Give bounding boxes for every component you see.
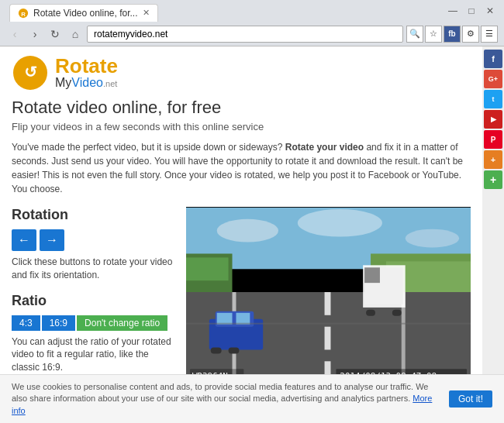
video-scene: 2014/08/13 09:47:08 WR3964N [186, 207, 471, 374]
tab-favicon: R [18, 8, 29, 19]
rotation-section: Rotation ← → Click these buttons to rota… [12, 207, 174, 282]
rotate-left-btn[interactable]: ← [12, 229, 36, 251]
page-wrapper: ↺ Rotate MyVideo.net Rotate video online… [0, 46, 504, 423]
left-col: Rotation ← → Click these buttons to rota… [12, 207, 174, 374]
address-bar: ‹ › ↻ ⌂ 🔍 ☆ fb ⚙ ☰ [0, 22, 504, 46]
page-outer: ↺ Rotate MyVideo.net Rotate video online… [0, 46, 504, 374]
page-description: You've made the perfect video, but it is… [12, 140, 471, 196]
svg-rect-25 [217, 313, 233, 325]
logo-icon: ↺ [12, 54, 49, 91]
svg-point-5 [217, 219, 278, 242]
social-sidebar: f G+ t ▶ P + + [482, 46, 504, 374]
close-btn[interactable]: ✕ [482, 3, 498, 19]
svg-rect-9 [186, 257, 229, 280]
ratio-buttons: 4:3 16:9 Don't change ratio [12, 315, 174, 331]
menu-icon[interactable]: ☰ [481, 26, 498, 43]
add-social-btn[interactable]: + [484, 170, 502, 189]
title-bar: R Rotate Video online, for... ✕ — □ ✕ [0, 0, 504, 22]
svg-rect-28 [229, 347, 240, 353]
page-subtitle: Flip your videos in a few seconds with t… [12, 121, 471, 132]
rotation-buttons: ← → [12, 229, 174, 251]
site-header: ↺ Rotate MyVideo.net [12, 54, 471, 91]
svg-rect-26 [236, 313, 250, 325]
rotation-desc: Click these buttons to rotate your video… [12, 256, 174, 282]
reload-btn[interactable]: ↻ [47, 26, 64, 43]
svg-rect-15 [325, 361, 331, 374]
url-input[interactable] [87, 26, 403, 43]
ratio-desc: You can adjust the ratio of your rotated… [12, 335, 174, 374]
svg-text:↺: ↺ [24, 64, 37, 81]
svg-rect-20 [364, 267, 380, 283]
cookie-message: We use cookies to personalise content an… [12, 382, 428, 403]
search-icons: 🔍 ☆ fb ⚙ ☰ [406, 26, 498, 43]
logo-text: Rotate MyVideo.net [55, 56, 118, 90]
logo-rotate: Rotate [55, 56, 118, 76]
ratio-section: Ratio 4:3 16:9 Don't change ratio You ca… [12, 293, 174, 374]
back-btn[interactable]: ‹ [6, 26, 23, 43]
right-col: 2014/08/13 09:47:08 WR3964N [186, 207, 471, 374]
pinterest-social-btn[interactable]: P [484, 130, 502, 149]
plate-text: WR3964N [192, 371, 228, 374]
browser-tab[interactable]: R Rotate Video online, for... ✕ [9, 4, 158, 22]
zoom-icon[interactable]: 🔍 [406, 26, 423, 43]
cookie-banner: We use cookies to personalise content an… [0, 374, 504, 423]
page-content: ↺ Rotate MyVideo.net Rotate video online… [0, 46, 482, 374]
svg-point-6 [298, 209, 382, 237]
settings-icon[interactable]: ⚙ [462, 26, 479, 43]
video-preview: 2014/08/13 09:47:08 WR3964N [186, 207, 471, 374]
googleplus-social-btn[interactable]: G+ [484, 70, 502, 88]
timestamp-text: 2014/08/13 09:47:08 [340, 371, 437, 374]
minimize-btn[interactable]: — [445, 3, 461, 19]
logo-myvideo: MyVideo.net [55, 76, 118, 90]
facebook-icon[interactable]: fb [444, 26, 461, 43]
browser-chrome: R Rotate Video online, for... ✕ — □ ✕ ‹ … [0, 0, 504, 46]
page-main: ↺ Rotate MyVideo.net Rotate video online… [0, 46, 482, 374]
window-controls: — □ ✕ [445, 3, 498, 19]
tab-close-btn[interactable]: ✕ [143, 8, 150, 18]
youtube-social-btn[interactable]: ▶ [484, 110, 502, 129]
ratio-title: Ratio [12, 293, 174, 309]
twitter-social-btn[interactable]: t [484, 90, 502, 108]
cookie-text: We use cookies to personalise content an… [12, 381, 441, 417]
page-title: Rotate video online, for free [12, 98, 471, 118]
svg-rect-21 [366, 310, 375, 316]
svg-text:R: R [21, 10, 26, 17]
svg-rect-14 [325, 327, 331, 350]
two-col-layout: Rotation ← → Click these buttons to rota… [12, 207, 471, 374]
ratio-keep-btn[interactable]: Don't change ratio [77, 315, 167, 331]
facebook-social-btn[interactable]: f [484, 50, 502, 68]
extra-social-btn[interactable]: + [484, 150, 502, 169]
ratio-43-btn[interactable]: 4:3 [12, 315, 40, 331]
rotate-right-btn[interactable]: → [40, 229, 64, 251]
svg-point-7 [406, 229, 459, 248]
star-icon[interactable]: ☆ [425, 26, 442, 43]
home-btn[interactable]: ⌂ [67, 26, 84, 43]
forward-btn[interactable]: › [26, 26, 43, 43]
svg-rect-13 [325, 292, 331, 315]
maximize-btn[interactable]: □ [464, 3, 479, 19]
rotation-title: Rotation [12, 207, 174, 223]
tab-title: Rotate Video online, for... [33, 8, 138, 19]
ratio-169-btn[interactable]: 16:9 [42, 315, 75, 331]
svg-rect-22 [392, 310, 402, 316]
svg-rect-29 [186, 323, 471, 325]
svg-rect-27 [211, 347, 222, 353]
got-it-btn[interactable]: Got it! [449, 390, 492, 408]
